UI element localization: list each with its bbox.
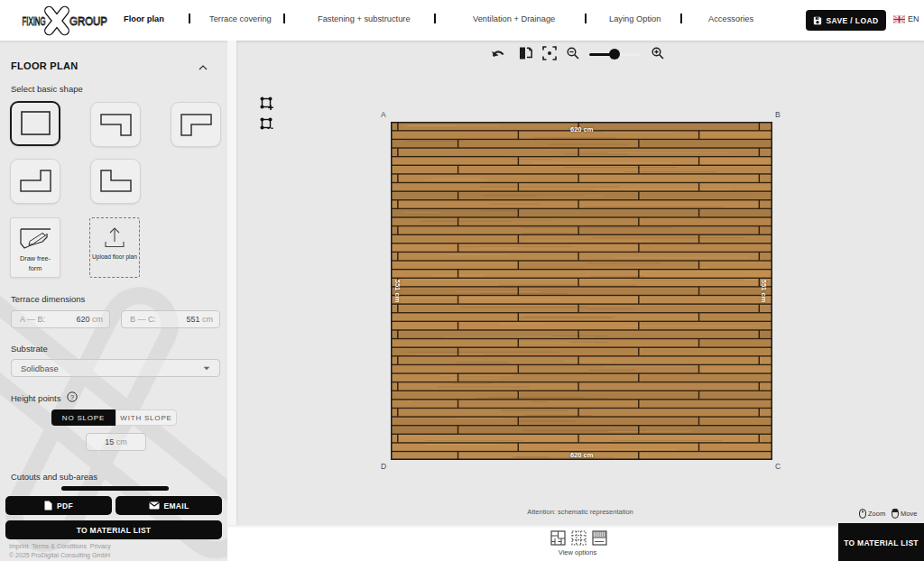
svg-text:GROUP: GROUP <box>69 15 107 28</box>
svg-text:?: ? <box>70 393 75 401</box>
svg-text:FIXING: FIXING <box>23 15 46 28</box>
